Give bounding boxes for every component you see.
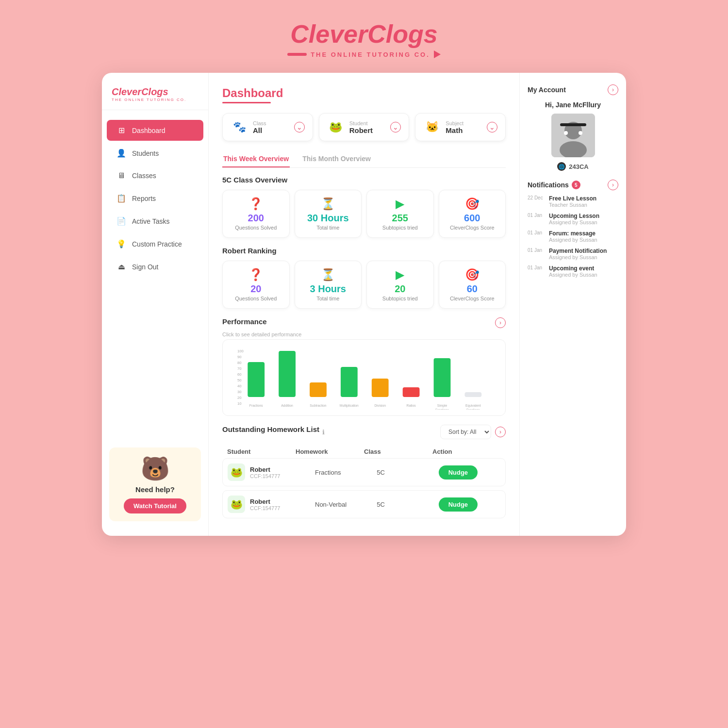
notif-sub-4: Assigned by Sussan	[549, 272, 597, 278]
dashboard-icon: ⊞	[116, 126, 126, 135]
perf-expand-button[interactable]: ›	[495, 317, 506, 328]
robert-ranking-title: Robert Ranking	[222, 247, 506, 255]
time-icon-class: ⏳	[300, 197, 357, 211]
notif-content-3: Payment Notification Assigned by Sussan	[549, 248, 607, 260]
student-avatar: 🐸	[327, 118, 345, 136]
score-value-class: 600	[444, 213, 501, 224]
subject-avatar: 🐱	[423, 118, 441, 136]
questions-value-robert: 20	[228, 283, 284, 295]
sidebar-item-label: Classes	[132, 172, 156, 180]
notif-sub-3: Assigned by Sussan	[549, 254, 607, 260]
svg-text:Ratios: Ratios	[407, 404, 416, 407]
time-value-robert: 3 Hours	[300, 283, 357, 295]
student-filter[interactable]: 🐸 Student Robert ⌄	[319, 113, 410, 141]
notif-sub-2: Assigned by Sussan	[549, 237, 597, 243]
notif-title-4: Upcoming event	[549, 265, 597, 272]
notif-content-0: Free Live Lesson Teacher Sussan	[549, 195, 596, 208]
page-title: Dashboard	[222, 86, 506, 100]
svg-rect-20	[403, 387, 420, 397]
tagline-bar-left	[287, 53, 307, 56]
svg-text:Multiplication: Multiplication	[340, 404, 359, 408]
score-icon-robert: 🎯	[444, 268, 501, 281]
student-chevron[interactable]: ⌄	[390, 122, 401, 132]
hw-avatar-0: 🐸	[228, 463, 245, 481]
robert-stats-row: ❓ 20 Questions Solved ⏳ 3 Hours Total ti…	[222, 261, 506, 309]
notif-item-1: 01 Jan Upcoming Lesson Assigned by Sussa…	[528, 213, 618, 225]
sidebar-item-students[interactable]: 👤 Students	[107, 143, 203, 164]
stat-score-class: 🎯 600 CleverClogs Score	[439, 190, 506, 238]
class-overview-title: 5C Class Overview	[222, 176, 506, 184]
svg-text:Fractions: Fractions	[249, 404, 263, 407]
svg-text:20: 20	[237, 396, 242, 400]
sidebar-item-classes[interactable]: 🖥 Classes	[107, 165, 203, 186]
nudge-button-0[interactable]: Nudge	[439, 465, 478, 480]
tab-this-week[interactable]: This Week Overview	[222, 151, 290, 167]
bar-chart: 100 90 80 70 60 50 40 30 20 10 Fractions…	[237, 347, 500, 410]
performance-chart[interactable]: 100 90 80 70 60 50 40 30 20 10 Fractions…	[222, 339, 506, 416]
homework-header: Outstanding Homework List ℹ Sort by: All…	[222, 425, 506, 439]
subject-chevron[interactable]: ⌄	[487, 122, 497, 132]
notifications-expand-button[interactable]: ›	[608, 180, 618, 190]
help-text: Need help?	[117, 485, 193, 494]
top-logo-section: CleverClogs THE ONLINE TUTORING CO.	[287, 19, 441, 58]
sidebar-item-label: Students	[132, 149, 159, 157]
account-header: My Account ›	[528, 84, 618, 95]
student-filter-info: Student Robert	[349, 120, 386, 134]
hw-class-1: 5C	[377, 501, 438, 508]
sidebar-item-signout[interactable]: ⏏ Sign Out	[107, 256, 203, 277]
hw-expand-button[interactable]: ›	[495, 427, 506, 437]
perf-subtitle: Click to see detailed performance	[222, 331, 301, 337]
app-title: CleverClogs	[287, 19, 441, 49]
subject-filter-value: Math	[446, 126, 482, 134]
questions-value-class: 200	[228, 213, 284, 224]
watch-tutorial-button[interactable]: Watch Tutorial	[124, 498, 186, 513]
svg-rect-29	[560, 123, 586, 126]
notif-item-2: 01 Jan Forum: message Assigned by Sussan	[528, 230, 618, 243]
tab-this-month[interactable]: This Month Overview	[301, 151, 372, 167]
sidebar-item-label: Sign Out	[132, 263, 158, 271]
user-photo-svg	[551, 114, 595, 157]
main-card: CleverClogs THE ONLINE TUTORING CO. ⊞ Da…	[102, 73, 626, 536]
sort-select[interactable]: Sort by: All	[440, 425, 491, 439]
sidebar-item-active-tasks[interactable]: 📄 Active Tasks	[107, 211, 203, 232]
svg-text:100: 100	[237, 349, 244, 353]
score-value-robert: 60	[444, 283, 501, 295]
sidebar-item-dashboard[interactable]: ⊞ Dashboard	[107, 120, 203, 141]
notif-title-2: Forum: message	[549, 230, 597, 237]
tasks-icon: 📄	[116, 216, 126, 226]
class-filter[interactable]: 🐾 Class All ⌄	[222, 113, 313, 141]
class-chevron[interactable]: ⌄	[294, 122, 305, 132]
notif-date-2: 01 Jan	[528, 230, 545, 243]
svg-text:60: 60	[237, 372, 242, 377]
subtopics-value-class: 255	[372, 213, 429, 224]
account-expand-button[interactable]: ›	[608, 84, 618, 95]
class-filter-info: Class All	[253, 120, 289, 134]
svg-text:70: 70	[237, 366, 242, 371]
nudge-button-1[interactable]: Nudge	[439, 497, 478, 512]
table-row: 🐸 Robert CCF:154777 Non-Verbal 5C Nudge	[222, 490, 506, 518]
subject-filter[interactable]: 🐱 Subject Math ⌄	[415, 113, 506, 141]
title-underline	[222, 102, 271, 103]
student-filter-value: Robert	[349, 126, 386, 134]
hw-student-col-0: 🐸 Robert CCF:154777	[228, 463, 315, 481]
tagline-text: THE ONLINE TUTORING CO.	[311, 51, 430, 58]
col-student: Student	[227, 448, 296, 455]
students-icon: 👤	[116, 149, 126, 158]
time-label-robert: Total time	[300, 296, 357, 301]
svg-rect-12	[279, 351, 296, 397]
questions-icon: ❓	[228, 197, 284, 211]
svg-rect-22	[434, 358, 451, 397]
right-panel: My Account › Hi, Jane McFllury 🌐 243CA N…	[519, 73, 626, 536]
sidebar-item-reports[interactable]: 📋 Reports	[107, 188, 203, 209]
sidebar-item-custom-practice[interactable]: 💡 Custom Practice	[107, 233, 203, 254]
subject-filter-info: Subject Math	[446, 120, 482, 134]
account-photo	[551, 114, 595, 157]
questions-label-robert: Questions Solved	[228, 296, 284, 301]
notifications-header: Notifications 5 ›	[528, 180, 618, 190]
hw-info-icon: ℹ	[322, 429, 325, 436]
sidebar-item-label: Active Tasks	[132, 217, 170, 225]
svg-rect-14	[310, 382, 327, 397]
svg-text:EquivalentFractions: EquivalentFractions	[465, 404, 481, 410]
score-label-class: CleverClogs Score	[444, 225, 501, 231]
hw-student-id-0: CCF:154777	[250, 473, 280, 479]
